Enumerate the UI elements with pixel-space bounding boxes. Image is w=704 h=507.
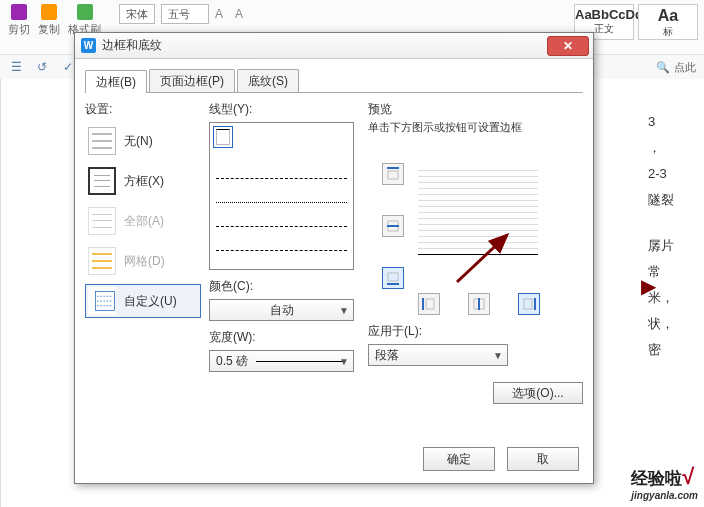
setting-custom[interactable]: 自定义(U): [85, 284, 201, 318]
line-option-dash2[interactable]: [216, 250, 347, 266]
watermark-sub: jingyanla.com: [631, 490, 698, 501]
border-top-button[interactable]: [382, 163, 404, 185]
preview-hint: 单击下方图示或按钮可设置边框: [368, 120, 583, 135]
width-preview-line: [256, 361, 345, 362]
color-combo[interactable]: 自动 ▼: [209, 299, 354, 321]
setting-box-label: 方框(X): [124, 173, 164, 190]
line-option-solid[interactable]: [216, 129, 230, 145]
dialog-title: 边框和底纹: [102, 37, 162, 54]
watermark-text: 经验啦: [631, 469, 682, 488]
dialog-footer: 确定 取: [423, 447, 579, 471]
tab-border[interactable]: 边框(B): [85, 70, 147, 93]
setting-custom-label: 自定义(U): [124, 293, 177, 310]
check-icon: √: [682, 464, 694, 489]
width-label: 宽度(W):: [209, 329, 354, 346]
close-button[interactable]: ✕: [547, 36, 589, 56]
tab-page-border[interactable]: 页面边框(P): [149, 69, 235, 92]
svg-rect-5: [388, 171, 398, 179]
line-option-dashdot[interactable]: [216, 226, 347, 242]
settings-header: 设置:: [85, 101, 201, 118]
setting-grid-icon: [88, 247, 116, 275]
tab-shading[interactable]: 底纹(S): [237, 69, 299, 92]
setting-custom-icon: [88, 287, 116, 315]
line-option-dotted[interactable]: [216, 202, 347, 218]
setting-box-icon: [88, 167, 116, 195]
setting-grid[interactable]: 网格(D): [85, 244, 201, 278]
width-combo[interactable]: 0.5 磅 ▼: [209, 350, 354, 372]
setting-all-label: 全部(A): [124, 213, 164, 230]
setting-none[interactable]: 无(N): [85, 124, 201, 158]
svg-rect-8: [388, 273, 398, 281]
svg-rect-11: [426, 299, 434, 309]
dialog-titlebar[interactable]: W 边框和底纹 ✕: [75, 33, 593, 59]
setting-none-icon: [88, 127, 116, 155]
preview-paragraph[interactable]: [418, 165, 538, 255]
svg-rect-14: [524, 299, 532, 309]
line-option-dash[interactable]: [216, 178, 347, 194]
dialog-tabs: 边框(B) 页面边框(P) 底纹(S): [85, 69, 583, 93]
color-label: 颜色(C):: [209, 278, 354, 295]
setting-all-icon: [88, 207, 116, 235]
border-right-button[interactable]: [518, 293, 540, 315]
setting-all[interactable]: 全部(A): [85, 204, 201, 238]
preview-area: [368, 145, 583, 315]
chevron-down-icon: ▼: [493, 350, 503, 361]
close-icon: ✕: [563, 39, 573, 53]
settings-column: 设置: 无(N) 方框(X) 全部: [85, 93, 205, 473]
dialog-body: 边框(B) 页面边框(P) 底纹(S) 设置: 无(N) 方框(X): [85, 69, 583, 473]
applyto-value: 段落: [375, 347, 399, 364]
preview-column: 预览 单击下方图示或按钮可设置边框 应用于(L):: [360, 93, 583, 473]
setting-grid-label: 网格(D): [124, 253, 165, 270]
cancel-button[interactable]: 取: [507, 447, 579, 471]
chevron-down-icon: ▼: [339, 356, 349, 367]
line-option-none[interactable]: [216, 156, 347, 170]
applyto-combo[interactable]: 段落 ▼: [368, 344, 508, 366]
color-value: 自动: [270, 302, 294, 319]
ok-button[interactable]: 确定: [423, 447, 495, 471]
border-vmiddle-button[interactable]: [468, 293, 490, 315]
borders-shading-dialog: W 边框和底纹 ✕ 边框(B) 页面边框(P) 底纹(S) 设置: 无(N): [74, 32, 594, 484]
dialog-backdrop: W 边框和底纹 ✕ 边框(B) 页面边框(P) 底纹(S) 设置: 无(N): [0, 0, 704, 507]
preview-header: 预览: [368, 101, 583, 118]
border-left-button[interactable]: [418, 293, 440, 315]
watermark: 经验啦√ jingyanla.com: [631, 464, 698, 501]
tab-panel-border: 设置: 无(N) 方框(X) 全部: [85, 93, 583, 473]
linestyle-column: 线型(Y): 颜色(C): 自动 ▼ 宽度(W): 0.5: [205, 93, 360, 473]
border-bottom-button[interactable]: [382, 267, 404, 289]
app-icon: W: [81, 38, 96, 53]
line-style-label: 线型(Y):: [209, 101, 354, 118]
applyto-label: 应用于(L):: [368, 323, 583, 340]
options-button[interactable]: 选项(O)...: [493, 382, 583, 404]
setting-box[interactable]: 方框(X): [85, 164, 201, 198]
width-value: 0.5 磅: [216, 353, 248, 370]
line-style-list[interactable]: [209, 122, 354, 270]
applyto-row: 应用于(L): 段落 ▼ 选项(O)...: [368, 323, 583, 366]
border-hmiddle-button[interactable]: [382, 215, 404, 237]
setting-none-label: 无(N): [124, 133, 153, 150]
chevron-down-icon: ▼: [339, 305, 349, 316]
